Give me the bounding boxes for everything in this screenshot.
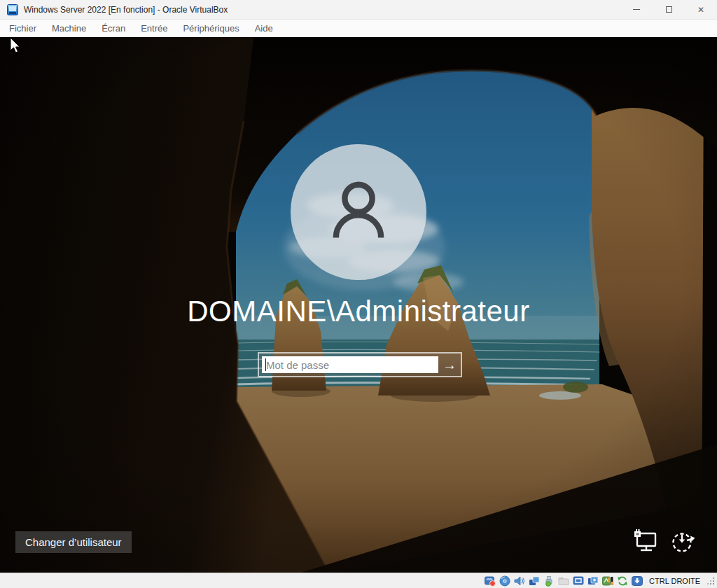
shared-folders-icon[interactable] (558, 575, 569, 587)
close-icon: ✕ (697, 6, 704, 14)
submit-password-button[interactable]: → (438, 354, 461, 376)
switch-user-button[interactable]: Changer d’utilisateur (15, 531, 132, 553)
minimize-icon (633, 9, 640, 10)
person-icon (309, 163, 408, 261)
close-button[interactable]: ✕ (685, 0, 717, 20)
menubar: Fichier Machine Écran Entrée Périphériqu… (0, 20, 717, 37)
password-field-container: → (258, 352, 462, 377)
password-input[interactable] (262, 356, 438, 373)
network-adapters-icon[interactable] (529, 575, 540, 587)
user-avatar (291, 144, 426, 280)
hard-disk-icon[interactable] (485, 575, 496, 587)
mouse-cursor-icon (10, 37, 24, 55)
menu-aide[interactable]: Aide (247, 20, 281, 37)
recording-icon[interactable] (587, 575, 599, 587)
window-title: Windows Server 2022 [En fonction] - Orac… (24, 5, 228, 15)
features-icon[interactable] (602, 575, 613, 587)
vbox-statusbar: CTRL DROITE (0, 573, 717, 588)
vm-display[interactable]: DOMAINE\Administrateur → Changer d’utili… (0, 37, 717, 573)
maximize-icon (666, 6, 672, 13)
menu-fichier[interactable]: Fichier (1, 20, 44, 37)
usb-icon[interactable] (543, 575, 555, 587)
network-status-icon[interactable] (632, 528, 660, 555)
mouse-integration-icon[interactable] (617, 575, 628, 587)
menu-machine[interactable]: Machine (44, 20, 94, 37)
virtualbox-window: Windows Server 2022 [En fonction] - Orac… (0, 0, 717, 588)
menu-entree[interactable]: Entrée (133, 20, 175, 37)
menu-ecran[interactable]: Écran (94, 20, 133, 37)
host-key-label: CTRL DROITE (649, 577, 700, 585)
arrow-right-icon: → (443, 357, 457, 373)
audio-icon[interactable] (514, 575, 525, 587)
ease-of-access-icon[interactable] (669, 528, 696, 555)
maximize-button[interactable] (653, 0, 685, 20)
vm-os-icon (7, 4, 18, 15)
display-icon[interactable] (573, 575, 584, 587)
host-capture-icon[interactable] (632, 575, 643, 587)
optical-disc-icon[interactable] (499, 575, 510, 587)
menu-peripheriques[interactable]: Périphériques (175, 20, 246, 37)
resize-grip[interactable] (706, 577, 715, 585)
titlebar[interactable]: Windows Server 2022 [En fonction] - Orac… (0, 0, 717, 20)
username-label: DOMAINE\Administrateur (0, 295, 717, 328)
text-caret (265, 358, 266, 371)
logon-corner-icons (632, 528, 696, 555)
minimize-button[interactable] (620, 0, 653, 20)
